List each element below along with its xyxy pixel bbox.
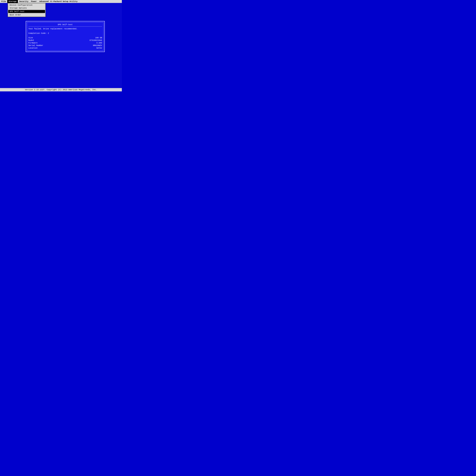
dropdown-separator <box>9 13 45 13</box>
menu-security[interactable]: Security <box>18 0 30 3</box>
detail-label: Size <box>28 37 33 39</box>
menu-bar: File Storage Security Power Advanced <box>0 0 50 3</box>
detail-location: Location SATA2 <box>28 47 102 49</box>
detail-value: ST3160215AS <box>89 39 102 41</box>
detail-value: 160 GB <box>95 37 102 39</box>
detail-size: Size 160 GB <box>28 36 102 39</box>
detail-value: SATA2 <box>96 47 102 49</box>
dropdown-storage-options[interactable]: Storage Options <box>8 7 45 10</box>
main-area: Device Configuration Storage Options DPS… <box>0 3 122 88</box>
detail-model: Model ST3160215AS <box>28 39 102 42</box>
detail-label: Firmware <box>28 42 37 44</box>
detail-value: 3.AAD <box>96 42 102 44</box>
dropdown-device-configuration[interactable]: Device Configuration <box>8 4 45 7</box>
footer-bar: Version 2.15.1227. Copyright (C) 2013 Am… <box>0 88 122 91</box>
menu-advanced[interactable]: Advanced <box>38 0 50 3</box>
detail-firmware: Firmware 3.AAD <box>28 42 102 44</box>
dialog-title: DPS Self-test <box>28 23 102 26</box>
status-line: Test failed. Drive replacement recommend… <box>28 28 102 30</box>
bios-screen: File Storage Security Power Advanced Hew… <box>0 0 122 91</box>
detail-value: 6RA2ANZV <box>93 44 102 47</box>
completion-code: Completion Code: 2 <box>28 32 102 34</box>
storage-dropdown: Device Configuration Storage Options DPS… <box>8 3 46 17</box>
detail-serial-number: Serial Number 6RA2ANZV <box>28 44 102 47</box>
detail-label: Serial Number <box>28 44 43 47</box>
dialog-separator <box>28 26 102 27</box>
dropdown-dps-self-test[interactable]: DPS Self-test <box>8 10 45 13</box>
title-bar: File Storage Security Power Advanced Hew… <box>0 0 122 3</box>
dropdown-boot-order[interactable]: Boot Order <box>8 13 45 16</box>
detail-label: Location <box>28 47 37 49</box>
menu-power[interactable]: Power <box>30 0 38 3</box>
detail-label: Model <box>28 39 34 41</box>
dropdown-separator <box>9 10 45 10</box>
menu-file[interactable]: File <box>0 0 7 3</box>
menu-storage[interactable]: Storage <box>7 0 18 3</box>
dps-self-test-dialog: DPS Self-test Test failed. Drive replace… <box>26 21 105 52</box>
